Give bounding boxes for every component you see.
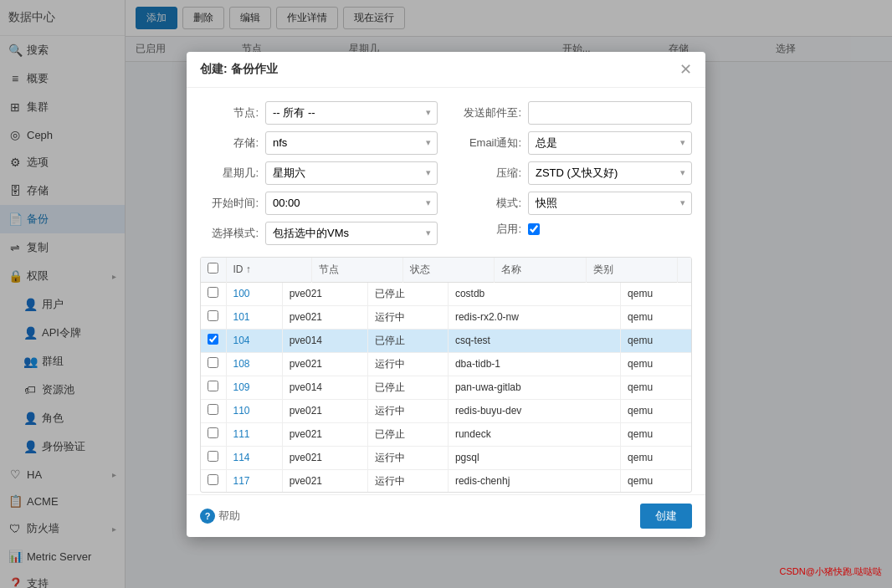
- row-name: costdb: [448, 283, 620, 306]
- email-notify-select-wrap: 总是: [528, 131, 692, 155]
- vm-table-wrap: ID ↑ 节点 状态 名称 类别 100 pve021: [200, 257, 692, 493]
- form-col-left: 节点: -- 所有 -- 存储: nfs 星期几:: [200, 101, 438, 245]
- compress-row: 压缩: ZSTD (又快又好): [454, 161, 692, 185]
- row-node: pve021: [282, 305, 367, 329]
- col-node-head: 节点: [311, 258, 402, 283]
- row-status: 已停止: [367, 283, 448, 306]
- row-type: qemu: [621, 376, 691, 399]
- row-node: pve021: [282, 283, 367, 306]
- table-row[interactable]: 101 pve021 运行中 redis-rx2.0-nw qemu: [201, 305, 691, 329]
- row-name: redis-buyu-dev: [448, 399, 620, 422]
- row-id: 109: [226, 376, 282, 399]
- row-status: 运行中: [367, 446, 448, 469]
- email-notify-label: Email通知:: [454, 135, 521, 151]
- create-button[interactable]: 创建: [640, 504, 692, 529]
- node-select[interactable]: -- 所有 --: [265, 101, 438, 125]
- snap-mode-select[interactable]: 快照: [528, 192, 692, 215]
- snap-mode-label: 模式:: [454, 196, 521, 211]
- create-backup-dialog: 创建: 备份作业 ✕ 节点: -- 所有 -- 存储:: [187, 52, 705, 537]
- compress-select[interactable]: ZSTD (又快又好): [528, 161, 692, 185]
- compress-label: 压缩:: [454, 166, 521, 181]
- select-all-checkbox[interactable]: [208, 263, 218, 274]
- row-node: pve021: [282, 469, 367, 492]
- help-button[interactable]: ? 帮助: [200, 509, 240, 524]
- table-row[interactable]: 108 pve021 运行中 dba-tidb-1 qemu: [201, 352, 691, 376]
- table-row[interactable]: 110 pve021 运行中 redis-buyu-dev qemu: [201, 399, 691, 422]
- email-input[interactable]: [528, 101, 692, 125]
- snap-mode-select-wrap: 快照: [528, 192, 692, 215]
- table-row[interactable]: 104 pve014 已停止 csq-test qemu: [201, 329, 691, 352]
- day-label: 星期几:: [200, 166, 259, 181]
- row-status: 运行中: [367, 399, 448, 422]
- row-checkbox[interactable]: [208, 357, 218, 368]
- mode-select[interactable]: 包括选中的VMs: [265, 222, 438, 245]
- row-checkbox[interactable]: [208, 474, 218, 485]
- time-select[interactable]: 00:00: [265, 192, 438, 215]
- watermark: CSDN@小猪快跑.哒哒哒: [780, 565, 882, 578]
- table-row[interactable]: 114 pve021 运行中 pgsql qemu: [201, 446, 691, 469]
- row-id: 101: [226, 305, 282, 329]
- dialog-title: 创建: 备份作业 ✕: [187, 52, 705, 88]
- row-name: pgsql: [448, 446, 620, 469]
- help-icon: ?: [200, 509, 215, 524]
- row-checkbox[interactable]: [208, 381, 218, 391]
- row-checkbox[interactable]: [208, 287, 218, 298]
- node-select-wrap: -- 所有 --: [265, 101, 438, 125]
- time-label: 开始时间:: [200, 196, 259, 211]
- close-button[interactable]: ✕: [679, 62, 692, 77]
- row-id: 111: [226, 422, 282, 446]
- table-row[interactable]: 117 pve021 运行中 redis-chenhj qemu: [201, 469, 691, 492]
- day-select[interactable]: 星期六: [265, 161, 438, 185]
- row-id: 108: [226, 352, 282, 376]
- row-type: qemu: [621, 399, 691, 422]
- row-node: pve014: [282, 329, 367, 352]
- row-node: pve021: [282, 446, 367, 469]
- vm-table-body: 100 pve021 已停止 costdb qemu 101 pve021 运行…: [201, 283, 691, 492]
- email-row: 发送邮件至:: [454, 101, 692, 125]
- row-type: qemu: [621, 329, 691, 352]
- row-checkbox[interactable]: [208, 334, 218, 345]
- row-type: qemu: [621, 305, 691, 329]
- table-row[interactable]: 100 pve021 已停止 costdb qemu: [201, 283, 691, 306]
- row-node: pve014: [282, 376, 367, 399]
- row-type: qemu: [621, 352, 691, 376]
- email-notify-row: Email通知: 总是: [454, 131, 692, 155]
- row-status: 运行中: [367, 352, 448, 376]
- vm-table-body-scroll[interactable]: 100 pve021 已停止 costdb qemu 101 pve021 运行…: [201, 283, 691, 492]
- table-row[interactable]: 109 pve014 已停止 pan-uwa-gitlab qemu: [201, 376, 691, 399]
- storage-label: 存储:: [200, 135, 259, 151]
- row-type: qemu: [621, 422, 691, 446]
- row-checkbox[interactable]: [208, 404, 218, 415]
- email-notify-select[interactable]: 总是: [528, 131, 692, 155]
- row-type: qemu: [621, 446, 691, 469]
- time-row: 开始时间: 00:00: [200, 192, 438, 215]
- row-node: pve021: [282, 352, 367, 376]
- email-label: 发送邮件至:: [454, 105, 521, 120]
- row-status: 运行中: [367, 469, 448, 492]
- node-row: 节点: -- 所有 --: [200, 101, 438, 125]
- col-id[interactable]: ID ↑: [226, 258, 311, 283]
- col-name-head: 名称: [495, 258, 586, 283]
- enable-checkbox[interactable]: [528, 223, 540, 235]
- storage-select[interactable]: nfs: [265, 131, 438, 155]
- mode-select-wrap: 包括选中的VMs: [265, 222, 438, 245]
- row-checkbox[interactable]: [208, 427, 218, 438]
- storage-row: 存储: nfs: [200, 131, 438, 155]
- storage-select-wrap: nfs: [265, 131, 438, 155]
- modal-overlay[interactable]: 创建: 备份作业 ✕ 节点: -- 所有 -- 存储:: [0, 0, 892, 588]
- row-name: redis-chenhj: [448, 469, 620, 492]
- row-type: qemu: [621, 469, 691, 492]
- dialog-footer: ? 帮助 创建: [187, 494, 705, 537]
- enable-checkbox-wrap: [528, 223, 540, 235]
- row-status: 已停止: [367, 376, 448, 399]
- row-node: pve021: [282, 399, 367, 422]
- row-status: 运行中: [367, 305, 448, 329]
- enable-row: 启用:: [454, 222, 692, 237]
- row-name: rundeck: [448, 422, 620, 446]
- row-checkbox[interactable]: [208, 310, 218, 321]
- row-checkbox[interactable]: [208, 451, 218, 462]
- day-row: 星期几: 星期六: [200, 161, 438, 185]
- row-node: pve021: [282, 422, 367, 446]
- table-row[interactable]: 111 pve021 已停止 rundeck qemu: [201, 422, 691, 446]
- compress-select-wrap: ZSTD (又快又好): [528, 161, 692, 185]
